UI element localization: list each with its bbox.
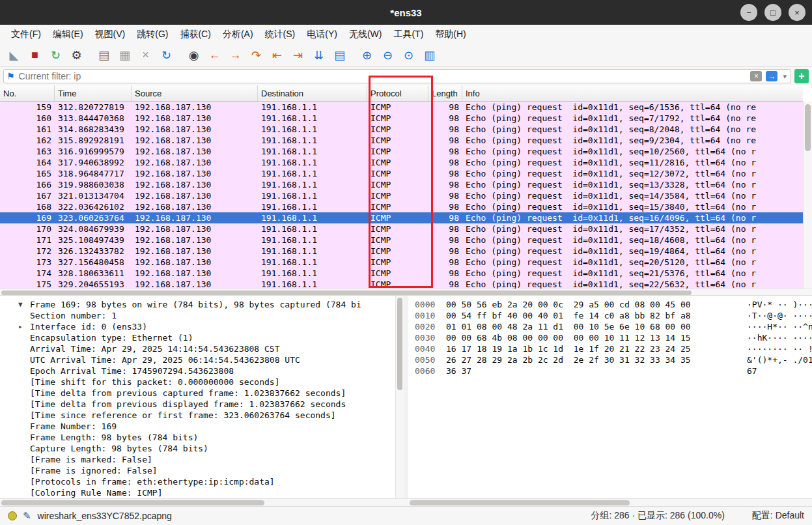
packet-row-159[interactable]: 159312.820727819192.168.187.130191.168.1… — [0, 102, 803, 113]
column-header-info[interactable]: Info — [462, 85, 803, 101]
menu-item-6[interactable]: 统计(S) — [259, 26, 301, 43]
hex-row-0050[interactable]: 005026 27 28 29 2a 2b 2c 2d 2e 2f 30 31 … — [415, 354, 812, 365]
find-packet-icon[interactable]: ◉ — [184, 46, 204, 64]
menu-item-1[interactable]: 编辑(E) — [47, 26, 89, 43]
save-file-icon[interactable]: ▦ — [115, 46, 135, 64]
packet-list-hscroll-thumb[interactable] — [1, 291, 692, 295]
detail-line-11[interactable]: Frame Number: 169 — [0, 421, 395, 432]
menu-item-8[interactable]: 无线(W) — [343, 26, 388, 43]
packet-list-vscrollbar[interactable] — [803, 102, 812, 289]
detail-line-2[interactable]: ▸Interface id: 0 (ens33) — [0, 321, 395, 332]
column-header-destination[interactable]: Destination — [258, 85, 367, 101]
packet-row-167[interactable]: 167321.013134704192.168.187.130191.168.1… — [0, 190, 803, 201]
menu-item-9[interactable]: 工具(T) — [387, 26, 429, 43]
detail-line-9[interactable]: [Time delta from previous displayed fram… — [0, 399, 395, 410]
packet-row-166[interactable]: 166319.988603038192.168.187.130191.168.1… — [0, 179, 803, 190]
capture-comment-icon[interactable]: ✎ — [23, 510, 31, 522]
reload-file-icon[interactable]: ↻ — [156, 46, 176, 64]
open-file-icon[interactable]: ▤ — [94, 46, 114, 64]
hex-hscroll-thumb[interactable] — [410, 500, 630, 505]
details-vscroll-thumb[interactable] — [397, 298, 402, 390]
hex-row-0000[interactable]: 000000 50 56 eb 2a 20 00 0c 29 a5 00 cd … — [415, 299, 812, 310]
hex-row-0040[interactable]: 004016 17 18 19 1a 1b 1c 1d 1e 1f 20 21 … — [415, 343, 812, 354]
packet-row-174[interactable]: 174328.180633611192.168.187.130191.168.1… — [0, 268, 803, 279]
go-forward-icon[interactable]: → — [225, 46, 245, 64]
detail-line-16[interactable]: [Protocols in frame: eth:ethertype:ip:ic… — [0, 476, 395, 487]
profile-selector[interactable]: 配置: Default — [752, 510, 804, 522]
auto-scroll-icon[interactable]: ⇊ — [309, 46, 329, 64]
detail-line-4[interactable]: Arrival Time: Apr 29, 2025 14:14:54.5436… — [0, 343, 395, 354]
hex-row-0060[interactable]: 006036 3767 — [415, 365, 812, 376]
column-header-time[interactable]: Time — [55, 85, 132, 101]
detail-line-14[interactable]: [Frame is marked: False] — [0, 454, 395, 465]
pane-splitter[interactable] — [404, 296, 408, 498]
capture-options-icon[interactable]: ⚙ — [66, 46, 87, 64]
detail-line-1[interactable]: Section number: 1 — [0, 310, 395, 321]
detail-line-12[interactable]: Frame Length: 98 bytes (784 bits) — [0, 432, 395, 443]
column-header-protocol[interactable]: Protocol — [367, 85, 428, 101]
packet-row-170[interactable]: 170324.084679939192.168.187.130191.168.1… — [0, 223, 803, 234]
packet-row-164[interactable]: 164317.940638992192.168.187.130191.168.1… — [0, 157, 803, 168]
go-first-packet-icon[interactable]: ⇤ — [267, 46, 287, 64]
colorize-packets-icon[interactable]: ▤ — [329, 46, 350, 64]
detail-line-7[interactable]: [Time shift for this packet: 0.000000000… — [0, 376, 395, 388]
maximize-button[interactable]: □ — [764, 4, 781, 21]
hex-row-0030[interactable]: 003000 00 68 4b 08 00 00 00 00 00 10 11 … — [415, 332, 812, 343]
packet-list-vscroll-thumb[interactable] — [805, 104, 811, 151]
menu-item-4[interactable]: 捕获(C) — [174, 26, 216, 43]
packet-row-162[interactable]: 162315.892928191192.168.187.130191.168.1… — [0, 135, 803, 146]
expert-info-icon[interactable] — [8, 511, 17, 520]
bookmark-icon[interactable]: ⚑ — [7, 71, 15, 81]
go-back-icon[interactable]: ← — [204, 46, 225, 64]
menu-item-0[interactable]: 文件(F) — [5, 26, 47, 43]
detail-line-6[interactable]: Epoch Arrival Time: 1745907294.543623808 — [0, 365, 395, 376]
hex-hscrollbar[interactable] — [408, 499, 812, 506]
details-hscroll-thumb[interactable] — [1, 500, 264, 505]
packet-row-168[interactable]: 168322.036426102192.168.187.130191.168.1… — [0, 201, 803, 212]
packet-row-165[interactable]: 165318.964847717192.168.187.130191.168.1… — [0, 168, 803, 179]
details-hscrollbar[interactable] — [0, 499, 404, 506]
detail-line-0[interactable]: ▼Frame 169: 98 bytes on wire (784 bits),… — [0, 299, 395, 310]
zoom-in-icon[interactable]: ⊕ — [357, 46, 377, 64]
column-header-source[interactable]: Source — [132, 85, 258, 101]
packet-row-173[interactable]: 173327.156480458192.168.187.130191.168.1… — [0, 257, 803, 268]
packet-row-175[interactable]: 175329.204655193192.168.187.130191.168.1… — [0, 279, 803, 289]
expand-arrow-icon[interactable]: ▸ — [18, 321, 23, 332]
detail-line-17[interactable]: [Coloring Rule Name: ICMP] — [0, 487, 395, 498]
filter-apply-icon[interactable]: → — [766, 71, 777, 81]
detail-line-13[interactable]: Capture Length: 98 bytes (784 bits) — [0, 443, 395, 454]
packet-row-171[interactable]: 171325.108497439192.168.187.130191.168.1… — [0, 234, 803, 246]
close-button[interactable]: × — [789, 4, 805, 21]
go-to-packet-icon[interactable]: ↷ — [246, 46, 266, 64]
filter-input[interactable]: ⚑ Current filter: ip × → ▾ — [3, 69, 791, 83]
collapse-arrow-icon[interactable]: ▼ — [18, 299, 23, 310]
packet-row-172[interactable]: 172326.132433782192.168.187.130191.168.1… — [0, 246, 803, 257]
menu-item-2[interactable]: 视图(V) — [89, 26, 132, 43]
menu-item-3[interactable]: 跳转(G) — [131, 26, 174, 43]
hex-row-0020[interactable]: 002001 01 08 00 48 2a 11 d1 00 10 5e 6e … — [415, 321, 812, 332]
filter-add-button[interactable]: + — [794, 69, 809, 83]
detail-line-8[interactable]: [Time delta from previous captured frame… — [0, 388, 395, 399]
menu-item-10[interactable]: 帮助(H) — [429, 26, 471, 43]
detail-line-3[interactable]: Encapsulation type: Ethernet (1) — [0, 332, 395, 343]
minimize-button[interactable]: − — [740, 4, 757, 21]
packet-row-163[interactable]: 163316.916999579192.168.187.130191.168.1… — [0, 146, 803, 157]
zoom-out-icon[interactable]: ⊖ — [378, 46, 398, 64]
menu-item-7[interactable]: 电话(Y) — [301, 26, 343, 43]
detail-line-5[interactable]: UTC Arrival Time: Apr 29, 2025 06:14:54.… — [0, 354, 395, 365]
capture-start-icon[interactable]: ◣ — [4, 46, 24, 64]
zoom-reset-icon[interactable]: ⊙ — [399, 46, 419, 64]
filter-clear-icon[interactable]: × — [750, 71, 762, 81]
detail-line-15[interactable]: [Frame is ignored: False] — [0, 465, 395, 476]
packet-row-161[interactable]: 161314.868283439192.168.187.130191.168.1… — [0, 124, 803, 135]
detail-line-10[interactable]: [Time since reference or first frame: 32… — [0, 410, 395, 421]
filter-dropdown-icon[interactable]: ▾ — [781, 72, 788, 81]
capture-stop-icon[interactable]: ■ — [25, 46, 45, 64]
hex-row-0010[interactable]: 001000 54 ff bf 40 00 40 01 fe 14 c0 a8 … — [415, 310, 812, 321]
go-last-packet-icon[interactable]: ⇥ — [288, 46, 308, 64]
capture-restart-icon[interactable]: ↻ — [46, 46, 66, 64]
resize-columns-icon[interactable]: ▥ — [419, 46, 440, 64]
packet-row-160[interactable]: 160313.844470368192.168.187.130191.168.1… — [0, 113, 803, 124]
packet-list-hscrollbar[interactable] — [0, 289, 812, 296]
close-file-icon[interactable]: × — [135, 46, 156, 64]
